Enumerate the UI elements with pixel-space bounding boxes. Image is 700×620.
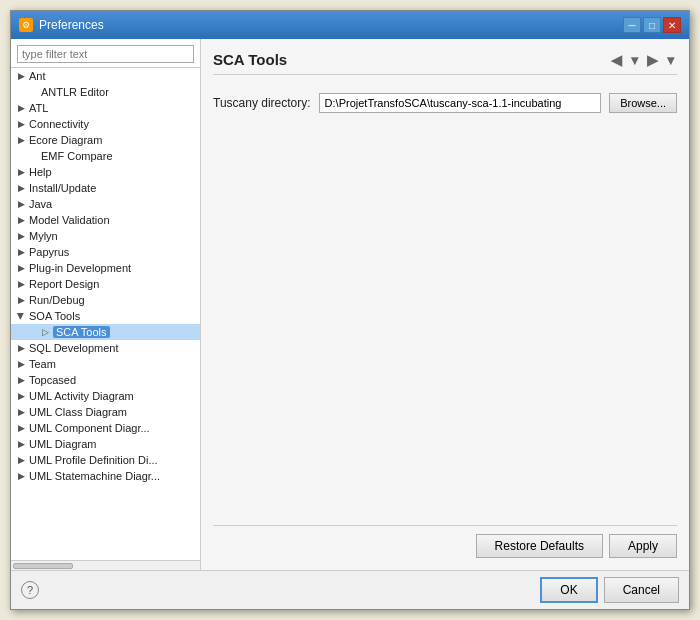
cancel-button[interactable]: Cancel [604, 577, 679, 603]
preferences-window: ⚙ Preferences ─ □ ✕ ▶AntANTLR Editor▶ATL… [10, 10, 690, 610]
panel-title-text: SCA Tools [213, 51, 287, 68]
tree-arrow-java: ▶ [15, 198, 27, 210]
tree-arrow-mylyn: ▶ [15, 230, 27, 242]
tuscany-row: Tuscany directory: Browse... [213, 93, 677, 113]
browse-button[interactable]: Browse... [609, 93, 677, 113]
restore-defaults-button[interactable]: Restore Defaults [476, 534, 603, 558]
panel-title: SCA Tools ◀ ▾ ▶ ▾ [213, 51, 677, 75]
tree-container[interactable]: ▶AntANTLR Editor▶ATL▶Connectivity▶Ecore … [11, 68, 200, 560]
tree-label-papyrus: Papyrus [29, 246, 69, 258]
tree-item-papyrus[interactable]: ▶Papyrus [11, 244, 200, 260]
tree-label-umlstate: UML Statemachine Diagr... [29, 470, 160, 482]
footer: ? OK Cancel [11, 570, 689, 609]
tree-item-help[interactable]: ▶Help [11, 164, 200, 180]
tree-item-umlprofile[interactable]: ▶UML Profile Definition Di... [11, 452, 200, 468]
tree-arrow-umlprofile: ▶ [15, 454, 27, 466]
tree-label-connectivity: Connectivity [29, 118, 89, 130]
tree-item-umldiagram[interactable]: ▶UML Diagram [11, 436, 200, 452]
tuscany-label: Tuscany directory: [213, 96, 311, 110]
tree-label-java: Java [29, 198, 52, 210]
nav-forward-button[interactable]: ▶ [644, 52, 661, 68]
tree-no-arrow-scatools: ▷ [39, 326, 51, 338]
tree-no-arrow-emf [27, 150, 39, 162]
help-button[interactable]: ? [21, 581, 39, 599]
tree-label-umldiagram: UML Diagram [29, 438, 96, 450]
tree-arrow-install: ▶ [15, 182, 27, 194]
tree-label-umlcomponent: UML Component Diagr... [29, 422, 150, 434]
tree-label-emf: EMF Compare [41, 150, 113, 162]
tree-item-umlcomponent[interactable]: ▶UML Component Diagr... [11, 420, 200, 436]
tree-item-umlactivity[interactable]: ▶UML Activity Diagram [11, 388, 200, 404]
tree-arrow-team: ▶ [15, 358, 27, 370]
tree-label-install: Install/Update [29, 182, 96, 194]
tree-item-report[interactable]: ▶Report Design [11, 276, 200, 292]
tree-item-umlstate[interactable]: ▶UML Statemachine Diagr... [11, 468, 200, 484]
content-area: ▶AntANTLR Editor▶ATL▶Connectivity▶Ecore … [11, 39, 689, 570]
tree-label-umlprofile: UML Profile Definition Di... [29, 454, 158, 466]
horizontal-scrollbar[interactable] [11, 560, 200, 570]
tree-arrow-atl: ▶ [15, 102, 27, 114]
tree-item-rundebug[interactable]: ▶Run/Debug [11, 292, 200, 308]
tree-item-scatools[interactable]: ▷SCA Tools [11, 324, 200, 340]
tree-label-soa: SOA Tools [29, 310, 80, 322]
tree-arrow-umlstate: ▶ [15, 470, 27, 482]
tree-arrow-report: ▶ [15, 278, 27, 290]
ok-button[interactable]: OK [540, 577, 597, 603]
tree-arrow-papyrus: ▶ [15, 246, 27, 258]
title-buttons: ─ □ ✕ [623, 17, 681, 33]
apply-button[interactable]: Apply [609, 534, 677, 558]
close-button[interactable]: ✕ [663, 17, 681, 33]
tree-item-soa[interactable]: ▶SOA Tools [11, 308, 200, 324]
tree-arrow-sql: ▶ [15, 342, 27, 354]
tree-label-plugin: Plug-in Development [29, 262, 131, 274]
tree-item-java[interactable]: ▶Java [11, 196, 200, 212]
tree-item-model[interactable]: ▶Model Validation [11, 212, 200, 228]
main-panel: SCA Tools ◀ ▾ ▶ ▾ Tuscany directory: Bro… [201, 39, 689, 570]
tree-item-ant[interactable]: ▶Ant [11, 68, 200, 84]
maximize-button[interactable]: □ [643, 17, 661, 33]
tree-item-install[interactable]: ▶Install/Update [11, 180, 200, 196]
scroll-thumb[interactable] [13, 563, 73, 569]
tree-arrow-ant: ▶ [15, 70, 27, 82]
tree-item-antlr[interactable]: ANTLR Editor [11, 84, 200, 100]
tree-item-emf[interactable]: EMF Compare [11, 148, 200, 164]
title-bar-left: ⚙ Preferences [19, 18, 104, 32]
tree-label-sql: SQL Development [29, 342, 118, 354]
tree-item-plugin[interactable]: ▶Plug-in Development [11, 260, 200, 276]
tree-item-topcased[interactable]: ▶Topcased [11, 372, 200, 388]
tree-arrow-umlcomponent: ▶ [15, 422, 27, 434]
bottom-actions: Restore Defaults Apply [213, 525, 677, 558]
tree-arrow-help: ▶ [15, 166, 27, 178]
tree-label-atl: ATL [29, 102, 48, 114]
tree-label-team: Team [29, 358, 56, 370]
tree-item-ecore[interactable]: ▶Ecore Diagram [11, 132, 200, 148]
tree-item-umlclass[interactable]: ▶UML Class Diagram [11, 404, 200, 420]
tree-item-connectivity[interactable]: ▶Connectivity [11, 116, 200, 132]
tree-label-model: Model Validation [29, 214, 110, 226]
tree-arrow-topcased: ▶ [15, 374, 27, 386]
minimize-button[interactable]: ─ [623, 17, 641, 33]
tree-label-ecore: Ecore Diagram [29, 134, 102, 146]
tree-label-mylyn: Mylyn [29, 230, 58, 242]
tree-item-team[interactable]: ▶Team [11, 356, 200, 372]
tree-item-sql[interactable]: ▶SQL Development [11, 340, 200, 356]
tree-label-topcased: Topcased [29, 374, 76, 386]
panel-nav: ◀ ▾ ▶ ▾ [608, 52, 677, 68]
tree-item-mylyn[interactable]: ▶Mylyn [11, 228, 200, 244]
filter-input[interactable] [17, 45, 194, 63]
nav-back-button[interactable]: ◀ [608, 52, 625, 68]
tree-arrow-model: ▶ [15, 214, 27, 226]
title-bar: ⚙ Preferences ─ □ ✕ [11, 11, 689, 39]
spacer [213, 113, 677, 525]
tree-arrow-ecore: ▶ [15, 134, 27, 146]
tree-label-rundebug: Run/Debug [29, 294, 85, 306]
tree-no-arrow-antlr [27, 86, 39, 98]
tree-arrow-plugin: ▶ [15, 262, 27, 274]
tree-label-antlr: ANTLR Editor [41, 86, 109, 98]
tuscany-input[interactable] [319, 93, 602, 113]
tree-arrow-connectivity: ▶ [15, 118, 27, 130]
nav-forward-dropdown-button[interactable]: ▾ [664, 52, 677, 68]
nav-dropdown-button[interactable]: ▾ [628, 52, 641, 68]
tree-item-atl[interactable]: ▶ATL [11, 100, 200, 116]
window-icon: ⚙ [19, 18, 33, 32]
